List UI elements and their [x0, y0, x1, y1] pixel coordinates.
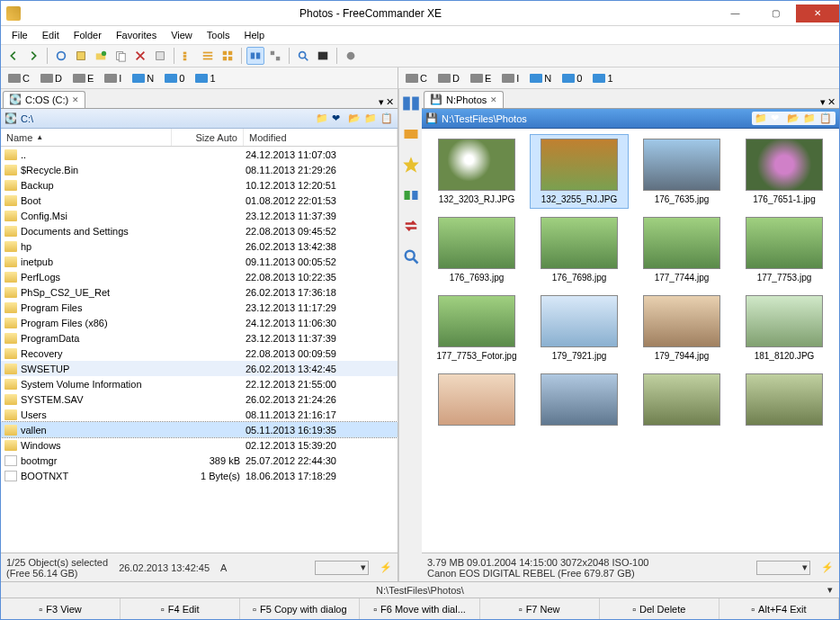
view-details-icon[interactable]: [199, 47, 217, 65]
thumbnail[interactable]: 176_7693.jpg: [427, 212, 526, 287]
thumbnail[interactable]: 132_3255_RJ.JPG: [530, 134, 629, 209]
filter-icon[interactable]: 📁: [803, 112, 817, 124]
thumbnail[interactable]: [427, 369, 526, 434]
view-thumbs-icon[interactable]: [219, 47, 237, 65]
favorite-icon[interactable]: ❤: [332, 112, 345, 124]
file-row[interactable]: Backup10.12.2013 12:20:51: [1, 177, 398, 193]
search-icon[interactable]: [294, 47, 312, 65]
fn-f7[interactable]: ▫F7 New: [480, 598, 600, 619]
filter-dropdown[interactable]: ▾: [756, 561, 810, 575]
new-folder-icon[interactable]: [92, 47, 110, 65]
drive-c-left[interactable]: C: [4, 72, 33, 85]
zoom-icon[interactable]: [402, 247, 420, 265]
file-row[interactable]: BOOTNXT1 Byte(s)18.06.2013 17:18:29: [1, 468, 398, 483]
file-row[interactable]: Recovery22.08.2013 00:09:59: [1, 346, 398, 361]
path-dropdown-icon[interactable]: ▾: [827, 584, 833, 596]
view-list-icon[interactable]: [179, 47, 197, 65]
filter-icon[interactable]: 📁: [364, 112, 378, 124]
left-path[interactable]: C:\: [21, 113, 33, 124]
thumbnail[interactable]: 179_7944.jpg: [632, 291, 731, 365]
thumbnail[interactable]: 132_3203_RJ.JPG: [427, 134, 526, 209]
menu-favorites[interactable]: Favorites: [109, 28, 164, 42]
back-button[interactable]: [4, 47, 22, 65]
fn-del[interactable]: ▫Del Delete: [600, 598, 719, 619]
file-row[interactable]: SYSTEM.SAV26.02.2013 21:24:26: [1, 391, 398, 407]
file-row[interactable]: Windows02.12.2013 15:39:20: [1, 437, 398, 453]
menu-folder[interactable]: Folder: [67, 28, 109, 42]
terminal-icon[interactable]: [314, 47, 332, 65]
drive-0-left[interactable]: 0: [161, 72, 188, 85]
file-row[interactable]: Program Files (x86)24.12.2013 11:06:30: [1, 315, 398, 330]
drive-0-right[interactable]: 0: [559, 72, 585, 85]
copy-icon[interactable]: [112, 47, 130, 65]
fn-f6[interactable]: ▫F6 Move with dial...: [360, 598, 479, 619]
copy-path-icon[interactable]: 📋: [380, 112, 394, 124]
tab-close-icon[interactable]: ✕: [72, 95, 79, 104]
file-row[interactable]: Users08.11.2013 21:16:17: [1, 407, 398, 422]
drive-n-left[interactable]: N: [129, 72, 157, 85]
delete-icon[interactable]: [131, 47, 149, 65]
panel-layout-icon[interactable]: [402, 94, 420, 112]
drive-1-left[interactable]: 1: [192, 72, 219, 85]
path-drive-icon[interactable]: 💾: [425, 112, 438, 124]
menu-view[interactable]: View: [164, 28, 200, 42]
right-tab[interactable]: 💾 N:Photos ✕: [424, 91, 504, 108]
sync-icon[interactable]: [246, 47, 264, 65]
file-row[interactable]: PhSp_CS2_UE_Ret26.02.2013 17:36:18: [1, 284, 398, 300]
properties-icon[interactable]: [151, 47, 169, 65]
file-row[interactable]: hp26.02.2013 13:42:38: [1, 238, 398, 254]
tab-close-icon[interactable]: ✕: [490, 95, 497, 104]
history-icon[interactable]: 📂: [787, 112, 800, 124]
file-row[interactable]: Documents and Settings22.08.2013 09:45:5…: [1, 223, 398, 238]
thumbnail[interactable]: 177_7744.jpg: [632, 212, 731, 287]
thumbnail[interactable]: 177_7753.jpg: [735, 212, 834, 287]
file-row[interactable]: bootmgr389 kB25.07.2012 22:44:30: [1, 453, 398, 468]
thumbnail[interactable]: 177_7753_Fotor.jpg: [427, 291, 526, 365]
file-row[interactable]: ..24.12.2013 11:07:03: [1, 147, 398, 162]
maximize-button[interactable]: ▢: [755, 4, 796, 22]
menu-tools[interactable]: Tools: [200, 28, 237, 42]
thumbnail[interactable]: 179_7921.jpg: [530, 291, 629, 365]
drive-e-right[interactable]: E: [467, 72, 495, 85]
file-row[interactable]: vallen05.11.2013 16:19:35: [1, 422, 398, 437]
settings-icon[interactable]: [342, 47, 360, 65]
file-row[interactable]: $Recycle.Bin08.11.2013 21:29:26: [1, 162, 398, 177]
folder-icon[interactable]: 📁: [755, 112, 768, 124]
sync-folders-icon[interactable]: [402, 217, 420, 235]
thumbnail[interactable]: 176_7635.jpg: [632, 134, 731, 209]
drive-d-right[interactable]: D: [434, 72, 463, 85]
tab-close-all-icon[interactable]: ✕: [386, 96, 394, 108]
thumbnail[interactable]: [632, 369, 731, 434]
fn-alt+f4[interactable]: ▫Alt+F4 Exit: [719, 598, 839, 619]
column-name[interactable]: Name▲: [1, 129, 172, 146]
menu-edit[interactable]: Edit: [35, 28, 67, 42]
edit-icon[interactable]: [72, 47, 90, 65]
file-row[interactable]: System Volume Information22.12.2013 21:5…: [1, 376, 398, 391]
folder-icon[interactable]: 📁: [316, 112, 329, 124]
drive-e-left[interactable]: E: [69, 72, 97, 85]
fn-f5[interactable]: ▫F5 Copy with dialog: [240, 598, 360, 619]
copy-path-icon[interactable]: 📋: [819, 112, 833, 124]
forward-button[interactable]: [24, 47, 42, 65]
tab-dropdown-icon[interactable]: ▾: [820, 96, 826, 108]
thumbnail-grid[interactable]: 132_3203_RJ.JPG132_3255_RJ.JPG176_7635.j…: [422, 129, 839, 553]
column-size[interactable]: Size Auto: [172, 129, 244, 146]
drive-c-right[interactable]: C: [402, 72, 431, 85]
close-button[interactable]: ✕: [796, 4, 839, 22]
file-row[interactable]: PerfLogs22.08.2013 10:22:35: [1, 269, 398, 284]
tree-icon[interactable]: [266, 47, 284, 65]
drive-1-right[interactable]: 1: [589, 72, 616, 85]
file-row[interactable]: inetpub09.11.2013 00:05:52: [1, 254, 398, 269]
fn-f4[interactable]: ▫F4 Edit: [121, 598, 240, 619]
filter-toggle-icon[interactable]: ⚡: [821, 562, 834, 573]
menu-file[interactable]: File: [4, 28, 35, 42]
tab-dropdown-icon[interactable]: ▾: [379, 96, 384, 108]
file-row[interactable]: SWSETUP26.02.2013 13:42:45: [1, 361, 398, 376]
drive-i-right[interactable]: I: [498, 72, 523, 85]
file-row[interactable]: ProgramData23.12.2013 11:37:39: [1, 330, 398, 346]
fn-f3[interactable]: ▫F3 View: [1, 598, 121, 619]
file-row[interactable]: Boot01.08.2012 22:01:53: [1, 193, 398, 208]
column-modified[interactable]: Modified: [244, 129, 398, 146]
tab-close-all-icon[interactable]: ✕: [827, 96, 836, 108]
file-row[interactable]: Config.Msi23.12.2013 11:37:39: [1, 208, 398, 223]
